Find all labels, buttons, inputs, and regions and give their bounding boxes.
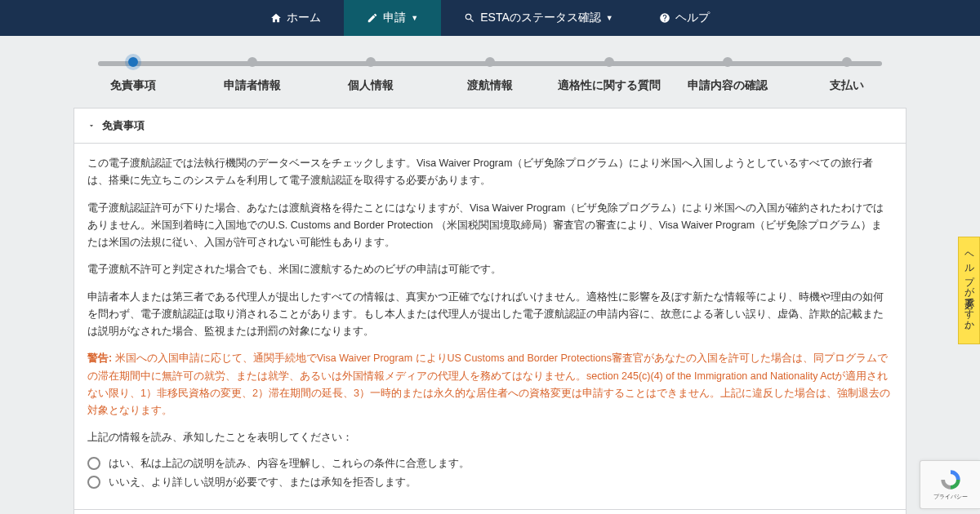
step-eligibility[interactable]: 適格性に関する質問 — [550, 57, 669, 93]
travel-promotion-panel-header[interactable]: The Travel Promotion Act of 2009 — [74, 509, 906, 515]
nav-apply[interactable]: 申請 ▼ — [344, 0, 441, 36]
nav-help-label: ヘルプ — [675, 11, 710, 25]
radio-icon — [87, 457, 100, 470]
disclaimer-p4: 申請者本人または第三者である代理人が提出したすべての情報は、真実かつ正確でなけれ… — [87, 289, 893, 341]
step-label: 渡航情報 — [467, 78, 513, 93]
top-nav: ホーム 申請 ▼ ESTAのステータス確認 ▼ ヘルプ — [0, 0, 980, 36]
radio-agree[interactable]: はい、私は上記の説明を読み、内容を理解し、これらの条件に合意します。 — [87, 457, 893, 471]
chevron-down-icon — [87, 122, 96, 130]
step-personal-info[interactable]: 個人情報 — [311, 57, 430, 93]
disclaimer-panel: 免責事項 この電子渡航認証では法執行機関のデータベースをチェックします。Visa… — [74, 108, 906, 514]
recaptcha-text: プライバシー — [933, 493, 968, 501]
step-label: 個人情報 — [348, 78, 394, 93]
home-icon — [270, 12, 282, 24]
radio-agree-label: はい、私は上記の説明を読み、内容を理解し、これらの条件に合意します。 — [109, 457, 470, 471]
question-icon — [659, 12, 670, 24]
step-disclaimer[interactable]: 免責事項 — [74, 57, 193, 93]
recaptcha-icon — [939, 468, 962, 491]
search-icon — [464, 12, 475, 24]
help-sidebar-label: ヘルプが必要ですか。 — [964, 246, 975, 335]
disclaimer-p2: 電子渡航認証許可が下りた場合、あなたは渡航資格を得たことにはなりますが、Visa… — [87, 200, 893, 252]
main-content: 免責事項 この電子渡航認証では法執行機関のデータベースをチェックします。Visa… — [74, 108, 906, 514]
panel-title: 免責事項 — [102, 118, 145, 133]
caret-down-icon: ▼ — [606, 14, 613, 22]
step-review[interactable]: 申請内容の確認 — [669, 57, 788, 93]
caret-down-icon: ▼ — [411, 14, 418, 22]
nav-status-label: ESTAのステータス確認 — [480, 11, 601, 25]
step-payment[interactable]: 支払い — [787, 57, 906, 93]
recaptcha-badge[interactable]: プライバシー — [920, 460, 980, 509]
confirm-prompt: 上記の情報を読み、承知したことを表明してください： — [87, 429, 893, 446]
step-label: 申請内容の確認 — [688, 78, 768, 93]
disclaimer-warning: 警告: 米国への入国申請に応じて、通関手続地でVisa Waiver Progr… — [87, 350, 893, 419]
nav-home[interactable]: ホーム — [247, 0, 344, 36]
step-label: 免責事項 — [110, 78, 156, 93]
radio-icon — [87, 476, 100, 489]
warning-text: 米国への入国申請に応じて、通関手続地でVisa Waiver Program に… — [87, 352, 890, 416]
radio-decline-label: いいえ、より詳しい説明が必要です、または承知を拒否します。 — [109, 476, 416, 490]
disclaimer-p1: この電子渡航認証では法執行機関のデータベースをチェックします。Visa Waiv… — [87, 155, 893, 190]
nav-home-label: ホーム — [287, 11, 321, 25]
step-label: 支払い — [830, 78, 864, 93]
disclaimer-p3: 電子渡航不許可と判定された場合でも、米国に渡航するためのビザの申請は可能です。 — [87, 261, 893, 278]
pencil-icon — [367, 12, 378, 24]
disclaimer-body: この電子渡航認証では法執行機関のデータベースをチェックします。Visa Waiv… — [74, 144, 906, 509]
progress-steps: 免責事項 申請者情報 個人情報 渡航情報 適格性に関する質問 申請内容の確認 支… — [0, 36, 980, 108]
step-travel-info[interactable]: 渡航情報 — [430, 57, 550, 93]
nav-status[interactable]: ESTAのステータス確認 ▼ — [441, 0, 635, 36]
radio-decline[interactable]: いいえ、より詳しい説明が必要です、または承知を拒否します。 — [87, 476, 893, 490]
nav-apply-label: 申請 — [383, 11, 406, 25]
step-label: 適格性に関する質問 — [558, 78, 661, 93]
step-label: 申請者情報 — [224, 78, 281, 93]
help-sidebar-tab[interactable]: ヘルプが必要ですか。 — [958, 237, 980, 344]
nav-help[interactable]: ヘルプ — [636, 0, 733, 36]
step-applicant-info[interactable]: 申請者情報 — [193, 57, 312, 93]
warning-label: 警告: — [87, 352, 112, 364]
disclaimer-panel-header[interactable]: 免責事項 — [74, 109, 906, 144]
